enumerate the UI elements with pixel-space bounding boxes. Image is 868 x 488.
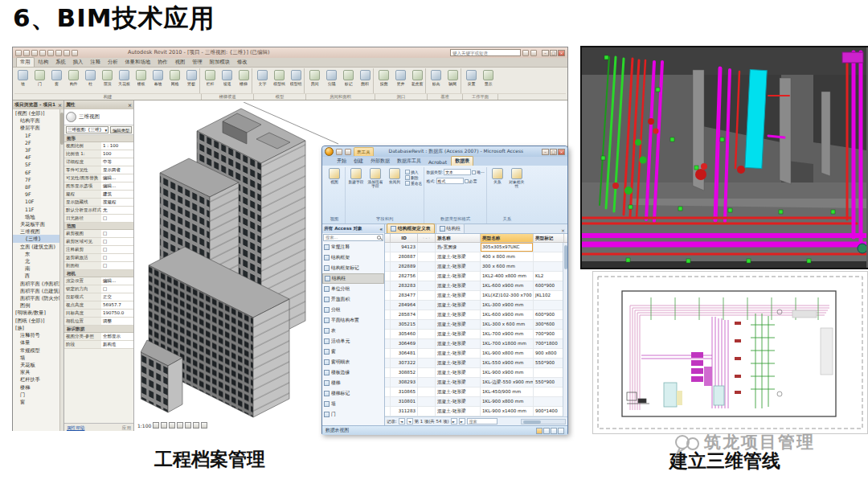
hide-elements-icon[interactable] [201, 422, 207, 429]
browser-tree-item[interactable]: 8F [13, 183, 63, 191]
cell-typemark[interactable] [534, 388, 564, 396]
cell-spacer[interactable] [418, 291, 436, 300]
cell-id[interactable]: 283283 [391, 281, 418, 290]
horizontal-scrollbar[interactable] [521, 419, 566, 424]
browser-tree-item[interactable]: 北 [13, 257, 63, 265]
ribbon-tab[interactable]: 修改 [234, 58, 251, 67]
row-selector[interactable] [385, 359, 391, 367]
prop-value[interactable]: 全部显示 [101, 333, 133, 340]
tool-button[interactable]: 显示 [480, 68, 497, 93]
cell-spacer[interactable] [418, 252, 436, 261]
cell-typename[interactable]: 1KL-边梁-550 x900 mm [481, 378, 534, 387]
first-record-icon[interactable]: ◄ [399, 418, 405, 424]
cell-typemark[interactable] [534, 243, 564, 252]
cell-typename[interactable]: 1KL-900 x900 mm [481, 368, 534, 377]
prop-row[interactable]: 锁定的方向□ [64, 285, 133, 293]
tool-button[interactable]: 老虎窗 [409, 68, 426, 93]
ribbon-tab[interactable]: 注释 [87, 58, 104, 67]
nav-table-item[interactable]: 分组 [322, 305, 384, 315]
prop-value[interactable]: 中等 [101, 158, 133, 166]
tool-button[interactable]: 构件 [65, 68, 82, 93]
cell-family[interactable]: 混凝土-矩形梁 [436, 310, 481, 319]
nav-table-item[interactable]: 窗 [322, 347, 384, 357]
browser-tree-item[interactable]: 门 [13, 391, 63, 398]
cell-family[interactable]: 混凝土-矩形梁 [436, 320, 481, 329]
close-icon[interactable]: × [558, 50, 565, 56]
browser-tree-item[interactable]: 1F [13, 132, 63, 139]
cell-typename[interactable]: 1KL-700 x900 mm [481, 330, 534, 338]
prop-row[interactable]: 规程建筑 [64, 191, 133, 199]
cell-spacer[interactable] [418, 349, 436, 358]
prop-row[interactable]: 相机位置调整 [64, 318, 133, 326]
row-selector[interactable] [385, 407, 391, 416]
cell-family[interactable]: 混凝土-矩形梁 [436, 301, 481, 310]
browser-tree-item[interactable]: 面积平面 (净面积) [13, 280, 63, 287]
prop-row[interactable]: 裁剪区域可见□ [64, 238, 133, 246]
edit-type-button[interactable]: 编辑类型 [110, 126, 132, 133]
row-selector[interactable] [385, 339, 391, 348]
currency-icon[interactable] [426, 187, 432, 192]
tool-button[interactable]: 模型组 [288, 68, 305, 93]
table-row[interactable]: 310801 混凝土-矩形梁 1KL-900 x800 mm [385, 397, 567, 407]
cell-typename[interactable]: 1KL-600 x900 mm [481, 281, 534, 290]
tool-button[interactable]: 按面 [375, 68, 392, 93]
cell-id[interactable]: 282756 [391, 272, 418, 281]
row-selector[interactable] [385, 368, 391, 377]
new-record-icon[interactable]: ► [459, 418, 465, 424]
tool-button[interactable]: 分隔 [323, 68, 340, 93]
cell-typename[interactable]: 1KL-700 x1800 mm [481, 339, 534, 348]
row-selector[interactable] [385, 252, 391, 261]
ribbon-tab[interactable]: 体量和场地 [122, 58, 154, 67]
nav-table-item[interactable]: 单位分组 [322, 284, 384, 294]
ribbon-tab[interactable]: 常用 [16, 57, 35, 67]
cell-spacer[interactable] [418, 281, 436, 290]
table-row[interactable]: 305460 混凝土-矩形梁 1KL-700 x900 mm 700*900 [385, 330, 567, 339]
prop-value[interactable]: 编辑... [101, 174, 133, 182]
cell-typemark[interactable]: 300*600 [534, 320, 564, 329]
cell-spacer[interactable] [418, 272, 436, 281]
nav-table-item[interactable]: 平面结构布置 [322, 315, 384, 326]
insert-button[interactable]: 插入 [405, 170, 422, 174]
prop-value[interactable]: 正交 [101, 293, 133, 301]
pivotchart-view-icon[interactable] [551, 428, 557, 434]
save-icon[interactable] [23, 50, 30, 56]
ribbon-tab[interactable]: 附加模块 [207, 58, 233, 67]
document-tab[interactable]: 结构框架定义表 [387, 223, 435, 233]
browser-tree-item[interactable]: 家具 [13, 368, 63, 375]
view-button[interactable]: 视图 [326, 168, 343, 184]
browser-tree-item[interactable]: 面积平面 (防火分区) [13, 294, 63, 301]
tool-button[interactable]: 网格 [166, 68, 183, 93]
cell-typename[interactable]: 1KL-900 x800 mm [481, 397, 534, 406]
column-header-family[interactable]: 族名称 [436, 234, 481, 242]
prop-row[interactable]: 渲染设置编辑... [64, 277, 133, 285]
cell-family[interactable]: 混凝土-矩形梁 [436, 397, 481, 406]
cell-typemark[interactable]: 700*900 [534, 330, 564, 338]
cell-id[interactable]: 306481 [391, 349, 418, 358]
comma-icon[interactable] [439, 187, 444, 192]
redo-icon[interactable] [39, 50, 46, 56]
cell-spacer[interactable] [418, 320, 436, 329]
browser-tree-item[interactable]: 4F [13, 154, 63, 161]
prop-value[interactable]: □ [101, 215, 133, 222]
table-row[interactable]: 310865 混凝土-矩形梁 1KL-450/900 mm [385, 388, 567, 397]
browser-tree-item[interactable]: [视图 (全部)] [13, 109, 63, 117]
undo-icon[interactable] [345, 149, 351, 155]
cell-spacer[interactable] [418, 397, 436, 406]
row-selector[interactable] [385, 243, 391, 252]
browser-tree-item[interactable]: 2F [13, 139, 63, 146]
table-row[interactable]: 305215 混凝土-矩形梁 1KL-300 x 600 mm 300*600 [385, 320, 567, 330]
minimize-icon[interactable]: – [542, 149, 549, 155]
cell-typename[interactable]: 1KL-600 x900 mm [481, 310, 534, 319]
cell-id[interactable]: 310801 [391, 397, 418, 406]
office-button[interactable] [325, 147, 334, 156]
new-field-button[interactable]: 新建字段 [347, 168, 365, 184]
tool-button[interactable]: 柱 [82, 68, 99, 93]
cell-family[interactable]: 混凝土-矩形梁 [436, 359, 481, 367]
prev-record-icon[interactable]: ◄ [407, 418, 413, 424]
prop-row[interactable]: 视图分类-参照全部显示 [64, 333, 133, 341]
browser-tree-item[interactable]: 东 [13, 250, 63, 257]
ribbon-tab[interactable]: 数据表 [451, 156, 473, 166]
nav-table-item[interactable]: 活动单元 [322, 336, 384, 347]
prop-value[interactable]: □ [101, 230, 133, 237]
cell-spacer[interactable] [418, 310, 436, 319]
